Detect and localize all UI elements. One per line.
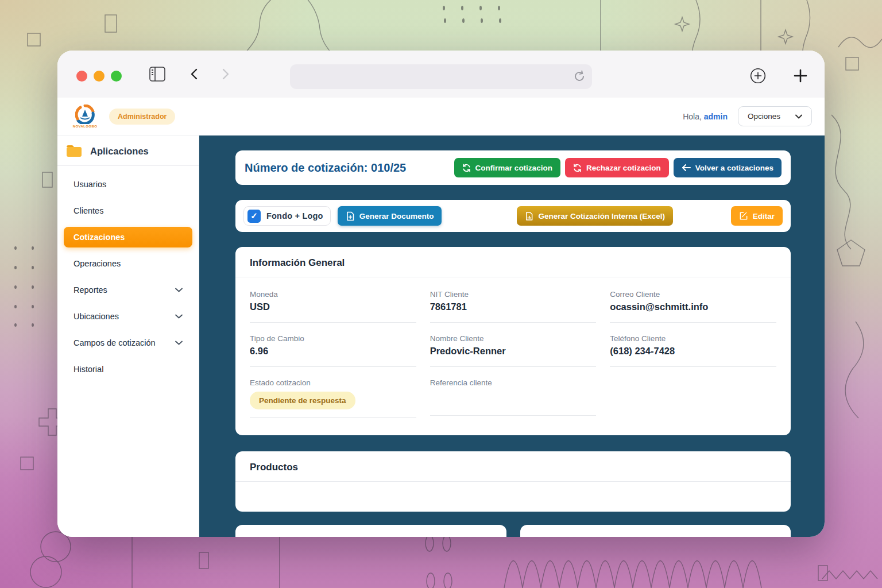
- quote-header-card: Número de cotización: 010/25 Confirmar c…: [235, 150, 791, 185]
- greeting-text: Hola, admin: [683, 112, 728, 121]
- fondo-logo-checkbox[interactable]: ✓ Fondo + Logo: [243, 206, 331, 226]
- generate-document-button[interactable]: Generar Documento: [338, 206, 442, 226]
- field-correo-cliente: Correo Cliente ocassin@schmitt.info: [610, 290, 776, 323]
- close-icon[interactable]: [76, 71, 87, 82]
- excel-document-icon: [525, 211, 533, 221]
- field-referencia-cliente: Referencia cliente: [430, 378, 597, 418]
- app-header: NOVALOGBO Administrador Hola, admin Opci…: [57, 98, 825, 136]
- forward-icon[interactable]: [219, 68, 231, 80]
- add-tab-icon[interactable]: [794, 69, 807, 83]
- sidebar-item-reportes[interactable]: Reportes: [64, 280, 192, 300]
- productos-title: Productos: [235, 451, 791, 481]
- sidebar: Aplicaciones Usuarios Clientes Cotizacio…: [57, 136, 199, 537]
- sidebar-item-operaciones[interactable]: Operaciones: [64, 253, 192, 274]
- field-moneda: Moneda USD: [250, 290, 416, 323]
- sidebar-item-usuarios[interactable]: Usuarios: [64, 174, 192, 195]
- status-badge: Pendiente de respuesta: [250, 392, 355, 409]
- bottom-right-card: [520, 525, 791, 537]
- checkbox-checked-icon[interactable]: ✓: [247, 210, 261, 223]
- browser-window: NOVALOGBO Administrador Hola, admin Opci…: [57, 51, 825, 537]
- document-plus-icon: [346, 211, 355, 221]
- chevron-down-icon: [795, 114, 802, 119]
- new-tab-icon[interactable]: [750, 68, 766, 84]
- chevron-down-icon: [175, 341, 183, 345]
- productos-empty-area: [235, 482, 791, 512]
- productos-card: Productos: [235, 451, 791, 512]
- role-badge: Administrador: [109, 109, 175, 125]
- sidebar-item-historial[interactable]: Historial: [64, 359, 192, 380]
- general-info-card: Información General Moneda USD NIT Clien…: [235, 247, 791, 435]
- reload-icon[interactable]: [572, 69, 586, 83]
- chevron-down-icon: [175, 314, 183, 319]
- brand-name: NOVALOGBO: [73, 125, 98, 128]
- zoom-icon[interactable]: [111, 71, 122, 82]
- back-to-quotes-button[interactable]: Volver a cotizaciones: [674, 158, 782, 177]
- general-info-title: Información General: [235, 247, 791, 277]
- field-empty: [610, 378, 776, 418]
- confirm-quote-button[interactable]: Confirmar cotizacion: [454, 158, 560, 177]
- desktop-background: NOVALOGBO Administrador Hola, admin Opci…: [0, 0, 882, 588]
- sidebar-toggle-icon[interactable]: [149, 67, 165, 82]
- minimize-icon[interactable]: [94, 71, 105, 82]
- sidebar-item-ubicaciones[interactable]: Ubicaciones: [64, 306, 192, 327]
- sidebar-item-cotizaciones[interactable]: Cotizaciones: [64, 227, 192, 247]
- edit-button[interactable]: Editar: [731, 206, 783, 226]
- url-bar[interactable]: [290, 64, 592, 89]
- bottom-left-card: [235, 525, 506, 537]
- sidebar-item-clientes[interactable]: Clientes: [64, 200, 192, 221]
- back-icon[interactable]: [188, 68, 201, 80]
- username: admin: [704, 112, 728, 121]
- main-content: Número de cotización: 010/25 Confirmar c…: [199, 136, 825, 537]
- quote-toolbar-card: ✓ Fondo + Logo Generar Documento: [235, 200, 791, 232]
- field-nit-cliente: NIT Cliente 7861781: [430, 290, 597, 323]
- options-dropdown[interactable]: Opciones: [738, 106, 812, 126]
- quote-number-title: Número de cotización: 010/25: [245, 161, 406, 175]
- folder-icon: [66, 145, 82, 157]
- edit-pencil-icon: [739, 211, 748, 220]
- browser-chrome: [57, 51, 825, 98]
- sidebar-item-campos-de-cotizacion[interactable]: Campos de cotización: [64, 332, 192, 353]
- arrow-left-icon: [682, 164, 691, 172]
- refresh-icon: [573, 164, 582, 172]
- chevron-down-icon: [175, 288, 183, 292]
- generate-excel-button[interactable]: Generar Cotización Interna (Excel): [517, 206, 673, 226]
- refresh-icon: [462, 164, 471, 172]
- field-nombre-cliente: Nombre Cliente Predovic-Renner: [430, 334, 597, 367]
- reject-quote-button[interactable]: Rechazar cotizacion: [565, 158, 669, 177]
- sidebar-section-title: Aplicaciones: [90, 146, 149, 157]
- field-tipo-de-cambio: Tipo de Cambio 6.96: [250, 334, 416, 367]
- field-estado-cotizacion: Estado cotizacion Pendiente de respuesta: [250, 378, 416, 418]
- app-logo[interactable]: NOVALOGBO: [70, 105, 100, 128]
- divider: [57, 165, 199, 166]
- field-telefono-cliente: Teléfono Cliente (618) 234-7428: [610, 334, 776, 367]
